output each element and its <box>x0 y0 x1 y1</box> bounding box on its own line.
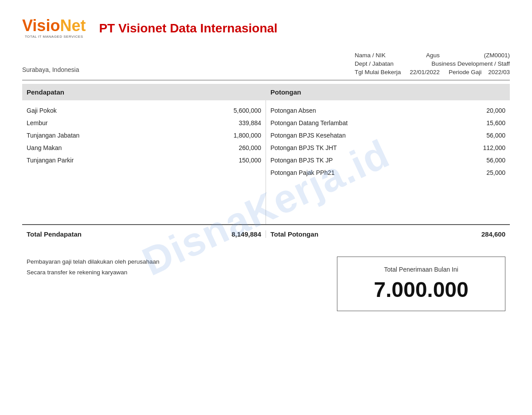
item-value: 56,000 <box>466 132 505 139</box>
item-name: Tunjangan Parkir <box>27 157 74 164</box>
list-item: Potongan BPJS TK JP 56,000 <box>270 157 505 164</box>
list-item: Tunjangan Jabatan 1,800,000 <box>27 132 261 139</box>
logo-subtitle: TOTAL IT MANAGED SERVICES <box>25 35 83 39</box>
top-divider <box>22 80 510 80</box>
item-value: 15,600 <box>466 119 505 126</box>
list-item: Potongan Absen 20,000 <box>270 107 505 114</box>
list-item: Uang Makan 260,000 <box>27 144 261 151</box>
tgl-label: Tgl Mulai Bekerja <box>355 69 401 75</box>
list-item: Potongan Datang Terlambat 15,600 <box>270 119 505 126</box>
logo-text: VisioNet <box>22 18 86 34</box>
potongan-column: Potongan Absen 20,000 Potongan Datang Te… <box>266 100 510 224</box>
company-title: PT Visionet Data Internasional <box>99 21 277 36</box>
total-potongan: Total Potongan 284,600 <box>266 230 510 238</box>
header: VisioNet TOTAL IT MANAGED SERVICES PT Vi… <box>22 18 510 39</box>
item-value: 56,000 <box>466 157 505 164</box>
nik-value: (ZM0001) <box>449 52 510 59</box>
dept-value: Business Development / Staff <box>410 60 510 67</box>
total-pendapatan: Total Pendapatan 8,149,884 <box>22 230 266 238</box>
item-name: Potongan BPJS TK JP <box>270 157 333 164</box>
list-item: Potongan BPJS TK JHT 112,000 <box>270 144 505 151</box>
item-value: 1,800,000 <box>221 132 261 139</box>
info-section: Surabaya, Indonesia Nama / NIK Agus (ZM0… <box>22 52 510 75</box>
item-value: 25,000 <box>466 169 505 176</box>
item-name: Tunjangan Jabatan <box>27 132 79 139</box>
nama-value: Agus <box>410 52 440 59</box>
potongan-header: Potongan <box>266 88 510 96</box>
payment-note-line1: Pembayaran gaji telah dilakukan oleh per… <box>27 257 159 267</box>
payslip-page: DisnaKerja.id VisioNet TOTAL IT MANAGED … <box>0 0 532 415</box>
total-box-value: 7.000.000 <box>355 277 487 302</box>
table-header: Pendapatan Potongan <box>22 84 510 100</box>
periode-value: 2022/03 <box>488 69 510 75</box>
logo-net: Net <box>60 16 86 35</box>
logo-visio: Visio <box>22 16 60 35</box>
location: Surabaya, Indonesia <box>22 66 79 75</box>
total-box: Total Penerimaan Bulan Ini 7.000.000 <box>337 257 505 311</box>
list-item: Tunjangan Parkir 150,000 <box>27 157 261 164</box>
bottom-section: Pembayaran gaji telah dilakukan oleh per… <box>22 257 510 311</box>
tgl-value: 22/01/2022 <box>410 69 440 75</box>
item-value: 339,884 <box>221 119 261 126</box>
list-item: Lembur 339,884 <box>27 119 261 126</box>
content-rows: Gaji Pokok 5,600,000 Lembur 339,884 Tunj… <box>22 100 510 225</box>
item-value: 150,000 <box>221 157 261 164</box>
payment-note: Pembayaran gaji telah dilakukan oleh per… <box>27 257 159 278</box>
list-item: Potongan BPJS Kesehatan 56,000 <box>270 132 505 139</box>
pendapatan-column: Gaji Pokok 5,600,000 Lembur 339,884 Tunj… <box>22 100 266 224</box>
list-item: Gaji Pokok 5,600,000 <box>27 107 261 114</box>
item-name: Potongan Datang Terlambat <box>270 119 348 126</box>
total-potongan-value: 284,600 <box>481 230 505 238</box>
item-name: Potongan BPJS TK JHT <box>270 144 337 151</box>
item-name: Potongan Absen <box>270 107 316 114</box>
total-pendapatan-label: Total Pendapatan <box>27 230 82 238</box>
periode-container: Periode Gaji 2022/03 <box>449 69 510 75</box>
pendapatan-header: Pendapatan <box>22 88 266 96</box>
item-value: 5,600,000 <box>221 107 261 114</box>
total-pendapatan-value: 8,149,884 <box>231 230 261 238</box>
item-name: Potongan BPJS Kesehatan <box>270 132 346 139</box>
item-value: 112,000 <box>466 144 505 151</box>
item-value: 20,000 <box>466 107 505 114</box>
item-name: Uang Makan <box>27 144 62 151</box>
employee-info: Nama / NIK Agus (ZM0001) Dept / Jabatan … <box>355 52 510 75</box>
list-item: Potongan Pajak PPh21 25,000 <box>270 169 505 176</box>
total-row: Total Pendapatan 8,149,884 Total Potonga… <box>22 225 510 243</box>
payment-note-line2: Secara transfer ke rekening karyawan <box>27 267 159 278</box>
item-value: 260,000 <box>221 144 261 151</box>
item-name: Lembur <box>27 119 47 126</box>
logo-container: VisioNet TOTAL IT MANAGED SERVICES <box>22 18 86 39</box>
item-name: Gaji Pokok <box>27 107 57 114</box>
dept-label: Dept / Jabatan <box>355 60 401 67</box>
periode-label: Periode Gaji <box>449 69 481 75</box>
total-potongan-label: Total Potongan <box>270 230 318 238</box>
item-name: Potongan Pajak PPh21 <box>270 169 335 176</box>
nama-label: Nama / NIK <box>355 52 401 59</box>
total-box-label: Total Penerimaan Bulan Ini <box>355 266 487 273</box>
